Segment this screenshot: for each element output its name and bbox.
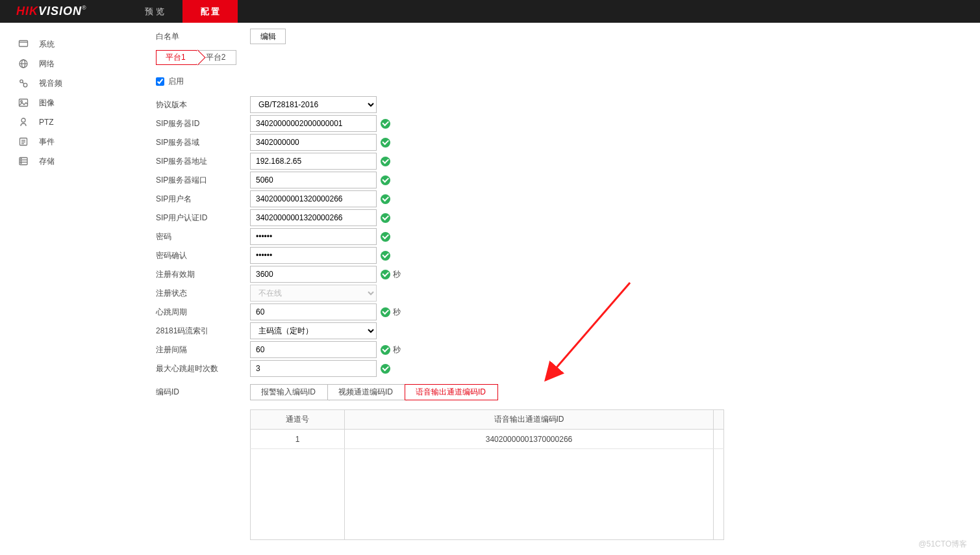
check-icon <box>381 119 390 129</box>
event-icon <box>18 136 29 147</box>
logo-text: HIKVISION® <box>16 5 87 18</box>
sidebar: 系统 网络 视音频 图像 PTZ 事件 存储 <box>0 23 127 547</box>
check-icon <box>381 175 390 185</box>
sidebar-item-label: 视音频 <box>39 78 62 89</box>
topbar: HIKVISION® 预 览 配 置 <box>0 0 980 23</box>
sidebar-item-label: 存储 <box>39 156 55 167</box>
password-confirm-input[interactable] <box>250 247 377 264</box>
sip-server-id-label: SIP服务器ID <box>156 118 250 129</box>
enable-checkbox[interactable] <box>156 77 164 86</box>
svg-point-6 <box>23 83 27 87</box>
heartbeat-unit: 秒 <box>393 307 401 318</box>
network-icon <box>18 58 29 69</box>
sip-auth-id-input[interactable] <box>250 209 377 226</box>
watermark: @51CTO博客 <box>918 539 967 547</box>
logo: HIKVISION® <box>0 0 127 23</box>
check-icon <box>381 364 390 374</box>
sidebar-item-network[interactable]: 网络 <box>0 54 127 73</box>
content: 白名单 编辑 平台1 平台2 启用 协议版本 GB/T28181-2016 SI… <box>127 23 980 547</box>
check-icon <box>381 138 390 148</box>
reg-valid-input[interactable] <box>250 266 377 283</box>
password-confirm-label: 密码确认 <box>156 250 250 261</box>
stream-index-select[interactable]: 主码流（定时） <box>250 322 377 339</box>
table-empty-row <box>251 449 724 540</box>
sip-user-input[interactable] <box>250 190 377 207</box>
sidebar-item-label: 网络 <box>39 58 55 70</box>
svg-point-8 <box>21 101 23 103</box>
sidebar-item-label: 系统 <box>39 39 55 50</box>
sip-server-addr-label: SIP服务器地址 <box>156 156 250 167</box>
cell-channel: 1 <box>251 430 345 449</box>
enable-label: 启用 <box>168 76 184 87</box>
check-icon <box>381 194 390 204</box>
sip-server-domain-input[interactable] <box>250 134 377 151</box>
sip-server-addr-input[interactable] <box>250 153 377 170</box>
table-row[interactable]: 1 34020000001370000266 <box>251 430 724 449</box>
svg-point-9 <box>21 118 25 122</box>
whitelist-label: 白名单 <box>156 31 250 42</box>
sip-server-domain-label: SIP服务器域 <box>156 137 250 148</box>
th-value: 语音输出通道编码ID <box>345 410 714 430</box>
image-icon <box>18 97 29 108</box>
table-header-row: 通道号 语音输出通道编码ID <box>251 410 724 430</box>
enc-tab-audio-out[interactable]: 语音输出通道编码ID <box>405 384 498 400</box>
enc-tab-video-ch[interactable]: 视频通道编码ID <box>327 384 405 400</box>
sidebar-item-storage[interactable]: 存储 <box>0 151 127 171</box>
sidebar-item-image[interactable]: 图像 <box>0 93 127 112</box>
sip-auth-id-label: SIP用户认证ID <box>156 213 250 224</box>
reg-interval-label: 注册间隔 <box>156 344 250 355</box>
tab-platform1[interactable]: 平台1 <box>156 50 197 65</box>
password-input[interactable] <box>250 228 377 245</box>
sip-user-label: SIP用户名 <box>156 194 250 205</box>
svg-rect-0 <box>19 41 28 47</box>
sidebar-item-label: 图像 <box>39 97 55 109</box>
heartbeat-label: 心跳周期 <box>156 307 250 318</box>
svg-point-18 <box>21 161 21 161</box>
reg-valid-label: 注册有效期 <box>156 269 250 280</box>
stream-index-label: 28181码流索引 <box>156 326 250 337</box>
storage-icon <box>18 156 29 166</box>
enc-table: 通道号 语音输出通道编码ID 1 34020000001370000266 <box>250 409 724 540</box>
sip-server-port-input[interactable] <box>250 172 377 188</box>
check-icon <box>381 345 390 355</box>
topnav-config[interactable]: 配 置 <box>182 0 238 23</box>
heartbeat-input[interactable] <box>250 303 377 320</box>
edit-button[interactable]: 编辑 <box>250 29 286 44</box>
sidebar-item-event[interactable]: 事件 <box>0 132 127 151</box>
cell-action <box>714 430 724 449</box>
reg-interval-input[interactable] <box>250 341 377 358</box>
av-icon <box>18 78 29 88</box>
reg-status-select: 不在线 <box>250 285 377 302</box>
password-label: 密码 <box>156 231 250 242</box>
sip-server-port-label: SIP服务器端口 <box>156 175 250 186</box>
check-icon <box>381 213 390 223</box>
reg-valid-unit: 秒 <box>393 269 401 280</box>
check-icon <box>381 157 390 166</box>
system-icon <box>18 39 29 49</box>
max-hb-input[interactable] <box>250 360 377 377</box>
protocol-version-label: 协议版本 <box>156 99 250 110</box>
check-icon <box>381 307 390 317</box>
sidebar-item-av[interactable]: 视音频 <box>0 73 127 93</box>
topnav-preview[interactable]: 预 览 <box>127 0 182 23</box>
check-icon <box>381 251 390 261</box>
sidebar-item-system[interactable]: 系统 <box>0 34 127 54</box>
ptz-icon <box>18 117 29 127</box>
protocol-version-select[interactable]: GB/T28181-2016 <box>250 96 377 113</box>
reg-status-label: 注册状态 <box>156 288 250 299</box>
sidebar-item-ptz[interactable]: PTZ <box>0 112 127 132</box>
sidebar-item-label: PTZ <box>39 118 54 127</box>
check-icon <box>381 232 390 242</box>
check-icon <box>381 270 390 279</box>
svg-point-19 <box>21 163 21 164</box>
th-action <box>714 410 724 430</box>
enc-id-label: 编码ID <box>156 387 250 398</box>
reg-interval-unit: 秒 <box>393 344 401 355</box>
enc-tab-alarm-in[interactable]: 报警输入编码ID <box>250 384 328 400</box>
svg-point-17 <box>21 159 21 159</box>
sip-server-id-input[interactable] <box>250 115 377 132</box>
sidebar-item-label: 事件 <box>39 136 55 148</box>
cell-value: 34020000001370000266 <box>345 430 714 449</box>
th-channel: 通道号 <box>251 410 345 430</box>
max-hb-label: 最大心跳超时次数 <box>156 363 250 374</box>
